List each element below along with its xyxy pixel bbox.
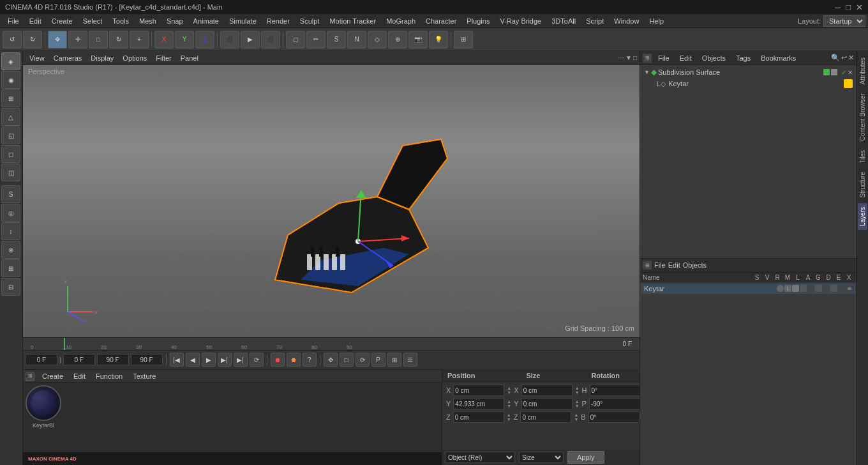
- keyframe-button[interactable]: □: [340, 353, 354, 367]
- coord-size-dropdown[interactable]: Size: [519, 452, 564, 463]
- tool-extra2[interactable]: ⊟: [1, 278, 20, 296]
- goto-end-button[interactable]: ▶|: [234, 353, 248, 367]
- render-button[interactable]: ⬛: [261, 31, 280, 49]
- mat-menu-function[interactable]: Function: [93, 372, 125, 380]
- menu-plugins[interactable]: Plugins: [461, 14, 495, 28]
- size-y-arrows[interactable]: ▲▼: [575, 399, 580, 408]
- axis-z-button[interactable]: Z: [195, 31, 214, 49]
- ind-l[interactable]: [807, 285, 814, 292]
- tab-attributes[interactable]: Attributes: [858, 54, 867, 88]
- size-z-input[interactable]: [520, 411, 571, 423]
- move-tool[interactable]: ✛: [68, 31, 87, 49]
- size-y-input[interactable]: [521, 398, 572, 409]
- tool-object[interactable]: ◉: [1, 71, 20, 89]
- tool-move[interactable]: ↕: [1, 222, 20, 240]
- ind-s[interactable]: [777, 285, 784, 292]
- tab-tiles[interactable]: Tiles: [858, 146, 867, 167]
- menu-simulate[interactable]: Simulate: [224, 14, 262, 28]
- maximize-button[interactable]: □: [846, 3, 851, 12]
- menu-sculpt[interactable]: Sculpt: [295, 14, 325, 28]
- om-menu-bookmarks[interactable]: Bookmarks: [757, 54, 800, 62]
- rotation-button[interactable]: ⟳: [355, 353, 370, 367]
- next-frame-button[interactable]: ▶|: [218, 353, 232, 367]
- obj-row-keytar[interactable]: L◇ Keytar: [641, 78, 855, 89]
- record-auto-button[interactable]: ⏺: [287, 353, 301, 367]
- vp-menu-cameras[interactable]: Cameras: [50, 54, 86, 62]
- pos-x-arrows[interactable]: ▲▼: [507, 386, 511, 395]
- menu-mograph[interactable]: MoGraph: [381, 14, 421, 28]
- record-help-button[interactable]: ?: [303, 353, 317, 367]
- vp-menu-display[interactable]: Display: [87, 54, 117, 62]
- record-button[interactable]: ⏺: [271, 353, 285, 367]
- vp-icon-more[interactable]: ⋯: [618, 54, 624, 61]
- vp-menu-view[interactable]: View: [26, 54, 49, 62]
- menu-snap[interactable]: Snap: [161, 14, 188, 28]
- om-menu-edit[interactable]: Edit: [676, 54, 696, 62]
- menu-window[interactable]: Window: [609, 14, 644, 28]
- om-menu-objects[interactable]: Objects: [698, 54, 730, 62]
- menu-create[interactable]: Create: [47, 14, 78, 28]
- vp-icon-maximize[interactable]: □: [633, 54, 637, 61]
- minimize-button[interactable]: ─: [835, 3, 841, 12]
- light-button[interactable]: 💡: [429, 31, 448, 49]
- snap-button[interactable]: ⊞: [454, 31, 473, 49]
- menu-motion-tracker[interactable]: Motion Tracker: [324, 14, 381, 28]
- effector-button[interactable]: ⊕: [388, 31, 407, 49]
- tool-texture[interactable]: ⊞: [1, 89, 20, 107]
- ind-r[interactable]: [792, 285, 799, 292]
- coord-mode-dropdown[interactable]: Object (Rel): [445, 452, 515, 463]
- extra-key-button[interactable]: ⊞: [387, 353, 401, 367]
- apply-button[interactable]: Apply: [567, 451, 604, 464]
- pos-z-arrows[interactable]: ▲▼: [507, 413, 511, 422]
- vp-menu-filter[interactable]: Filter: [152, 54, 175, 62]
- material-color-indicator[interactable]: [844, 79, 853, 88]
- pencil-button[interactable]: ✏: [306, 31, 326, 49]
- vp-menu-options[interactable]: Options: [119, 54, 151, 62]
- select-tool[interactable]: ✥: [48, 31, 67, 49]
- deformer-button[interactable]: ◇: [368, 31, 387, 49]
- pos-y-input[interactable]: [453, 398, 504, 409]
- position-key-button[interactable]: P: [371, 353, 385, 367]
- rotate-tool[interactable]: ↻: [109, 31, 128, 49]
- tool-points[interactable]: △: [1, 108, 20, 126]
- tool-extra1[interactable]: ⊞: [1, 259, 20, 277]
- axis-y-button[interactable]: Y: [175, 31, 194, 49]
- tab-content-browser[interactable]: Content Browser: [858, 89, 867, 144]
- ob-menu-edit[interactable]: Edit: [668, 261, 680, 269]
- tool-model[interactable]: ◈: [1, 52, 20, 70]
- tool-sculpt2[interactable]: ◎: [1, 204, 20, 222]
- end-frame-input[interactable]: [97, 354, 129, 365]
- render-region-button[interactable]: ⬛: [220, 31, 239, 49]
- menu-tools[interactable]: Tools: [107, 14, 134, 28]
- viewport[interactable]: View Cameras Display Options Filter Pane…: [23, 51, 640, 337]
- current-frame-input[interactable]: [26, 354, 57, 365]
- undo-button[interactable]: ↺: [3, 31, 22, 49]
- scale-tool[interactable]: □: [89, 31, 108, 49]
- render-indicator[interactable]: [831, 69, 837, 75]
- pos-y-arrows[interactable]: ▲▼: [507, 399, 511, 408]
- pos-z-input[interactable]: [453, 411, 504, 423]
- window-controls[interactable]: ─ □ ✕: [835, 3, 863, 12]
- preview-end-input[interactable]: [131, 354, 163, 365]
- goto-start-button[interactable]: |◀: [170, 353, 184, 367]
- ind-a[interactable]: [815, 285, 822, 292]
- transform-tool[interactable]: +: [130, 31, 149, 49]
- menu-vray[interactable]: V-Ray Bridge: [495, 14, 546, 28]
- menu-mesh[interactable]: Mesh: [134, 14, 161, 28]
- ob-menu-objects[interactable]: Objects: [683, 261, 707, 269]
- tool-uv[interactable]: ◫: [1, 164, 20, 181]
- om-menu-file[interactable]: File: [654, 54, 673, 62]
- cube-button[interactable]: ◻: [286, 31, 305, 49]
- mat-menu-texture[interactable]: Texture: [130, 372, 158, 380]
- menu-3dtoall[interactable]: 3DToAll: [546, 14, 581, 28]
- material-thumbnail[interactable]: [26, 385, 61, 421]
- menu-animate[interactable]: Animate: [188, 14, 224, 28]
- vp-menu-panel[interactable]: Panel: [177, 54, 202, 62]
- render-active-view[interactable]: ▶: [241, 31, 260, 49]
- tab-structure[interactable]: Structure: [858, 168, 867, 202]
- rot-h-input[interactable]: [590, 385, 641, 396]
- om-menu-tags[interactable]: Tags: [732, 54, 754, 62]
- ind-e[interactable]: [838, 285, 845, 292]
- menu-render[interactable]: Render: [262, 14, 295, 28]
- loop-button[interactable]: ⟳: [250, 353, 264, 367]
